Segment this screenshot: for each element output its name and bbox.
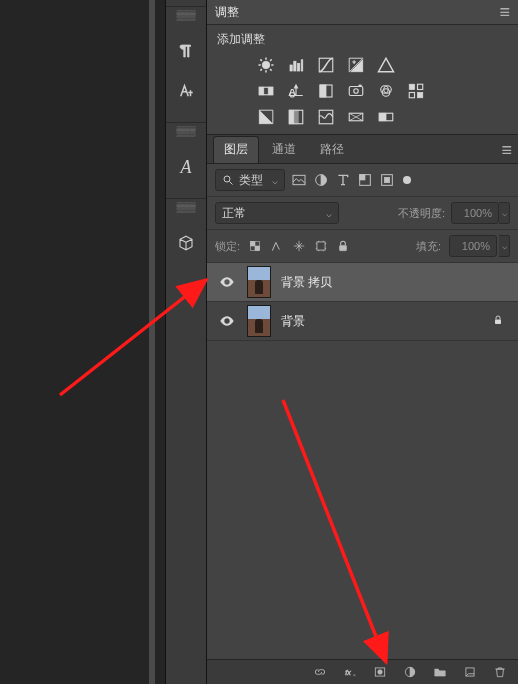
svg-rect-27: [409, 84, 414, 89]
svg-rect-9: [290, 65, 292, 71]
character-panel-icon[interactable]: [177, 82, 195, 100]
fill-value[interactable]: 100%: [449, 235, 497, 257]
invert-icon[interactable]: [257, 108, 275, 126]
filter-pixel-icon[interactable]: [291, 172, 307, 188]
brightness-contrast-icon[interactable]: [257, 56, 275, 74]
filter-type-dropdown[interactable]: 类型 ⌵: [215, 169, 285, 191]
lock-position-icon[interactable]: [292, 239, 306, 253]
tab-layers[interactable]: 图层: [213, 136, 259, 163]
tool-group-divider: ▒▒▒: [166, 198, 206, 212]
layers-panel: 图层 通道 路径 ≡ 类型 ⌵: [207, 135, 518, 684]
tool-group-divider: ▒▒▒: [166, 122, 206, 136]
svg-rect-44: [360, 175, 365, 180]
svg-line-8: [270, 59, 272, 61]
svg-rect-29: [409, 93, 414, 98]
filter-toggle[interactable]: [403, 176, 411, 184]
svg-rect-48: [255, 246, 260, 251]
layer-row[interactable]: 背景 拷贝: [207, 263, 518, 302]
filter-shape-icon[interactable]: [357, 172, 373, 188]
channel-mixer-icon[interactable]: [377, 82, 395, 100]
color-balance-icon[interactable]: [287, 82, 305, 100]
svg-point-0: [262, 61, 270, 69]
svg-point-39: [224, 176, 230, 182]
3d-panel-icon[interactable]: [177, 234, 195, 252]
filter-adjustment-icon[interactable]: [313, 172, 329, 188]
svg-line-5: [260, 59, 262, 61]
lock-image-icon[interactable]: [270, 239, 284, 253]
vibrance-icon[interactable]: [377, 56, 395, 74]
tool-column: ▒▒▒ ▒▒▒ A ▒▒▒: [166, 0, 207, 684]
svg-rect-47: [250, 241, 255, 246]
lock-artboard-icon[interactable]: [314, 239, 328, 253]
new-layer-icon[interactable]: [462, 664, 478, 680]
lock-label: 锁定:: [215, 239, 240, 254]
layer-name[interactable]: 背景: [281, 313, 305, 330]
lock-all-icon[interactable]: [336, 239, 350, 253]
filter-type-text-icon[interactable]: [335, 172, 351, 188]
layers-footer: fx: [207, 659, 518, 684]
svg-line-6: [270, 69, 272, 71]
photo-filter-icon[interactable]: [347, 82, 365, 100]
curves-icon[interactable]: [317, 56, 335, 74]
levels-icon[interactable]: [287, 56, 305, 74]
hue-saturation-icon[interactable]: [257, 82, 275, 100]
svg-rect-17: [268, 87, 273, 95]
adjustments-title: 调整: [215, 4, 239, 21]
posterize-icon[interactable]: [287, 108, 305, 126]
svg-rect-51: [340, 245, 347, 250]
layer-row[interactable]: 背景: [207, 302, 518, 341]
blend-mode-dropdown[interactable]: 正常 ⌵: [215, 202, 339, 224]
opacity-caret[interactable]: ⌵: [499, 202, 510, 224]
canvas-area: [0, 0, 166, 684]
svg-rect-11: [298, 64, 300, 72]
adjustments-menu-icon[interactable]: ≡: [499, 3, 510, 21]
layer-name[interactable]: 背景 拷贝: [281, 274, 332, 291]
tab-paths[interactable]: 路径: [309, 136, 355, 163]
opacity-value[interactable]: 100%: [451, 202, 499, 224]
layer-thumbnail[interactable]: [247, 266, 271, 298]
adjustments-subtitle: 添加调整: [217, 31, 508, 48]
tool-group-divider: ▒▒▒: [166, 6, 206, 20]
svg-rect-21: [349, 87, 363, 96]
layer-style-icon[interactable]: fx: [342, 664, 358, 680]
adjustments-panel: 调整 ≡ 添加调整: [207, 0, 518, 135]
svg-rect-38: [379, 113, 386, 121]
svg-rect-28: [418, 84, 423, 89]
svg-point-18: [290, 93, 295, 98]
visibility-eye-icon[interactable]: [217, 311, 237, 331]
fill-caret[interactable]: ⌵: [499, 235, 510, 257]
exposure-icon[interactable]: [347, 56, 365, 74]
adjustment-layer-icon[interactable]: [402, 664, 418, 680]
svg-rect-46: [384, 177, 389, 182]
svg-point-55: [378, 670, 383, 675]
gradient-map-icon[interactable]: [347, 108, 365, 126]
link-layers-icon[interactable]: [312, 664, 328, 680]
svg-rect-16: [259, 87, 264, 95]
filter-smart-icon[interactable]: [379, 172, 395, 188]
svg-rect-12: [301, 60, 303, 71]
black-white-icon[interactable]: [317, 82, 335, 100]
svg-rect-50: [317, 242, 325, 250]
layer-thumbnail[interactable]: [247, 305, 271, 337]
delete-layer-icon[interactable]: [492, 664, 508, 680]
layers-list: 背景 拷贝 背景: [207, 263, 518, 659]
layers-menu-icon[interactable]: ≡: [501, 141, 512, 163]
layer-mask-icon[interactable]: [372, 664, 388, 680]
svg-point-22: [354, 89, 359, 94]
group-icon[interactable]: [432, 664, 448, 680]
svg-rect-52: [495, 319, 501, 324]
color-lookup-icon[interactable]: [407, 82, 425, 100]
svg-rect-23: [359, 85, 361, 87]
glyphs-panel-icon[interactable]: A: [177, 158, 195, 176]
lock-transparent-icon[interactable]: [248, 239, 262, 253]
threshold-icon[interactable]: [317, 108, 335, 126]
tab-channels[interactable]: 通道: [261, 136, 307, 163]
paragraph-panel-icon[interactable]: [177, 42, 195, 60]
selective-color-icon[interactable]: [377, 108, 395, 126]
layer-locked-icon: [492, 314, 504, 329]
opacity-label: 不透明度:: [398, 206, 445, 221]
fill-label: 填充:: [416, 239, 441, 254]
visibility-eye-icon[interactable]: [217, 272, 237, 292]
blend-mode-value: 正常: [222, 205, 246, 222]
svg-rect-33: [289, 110, 294, 124]
